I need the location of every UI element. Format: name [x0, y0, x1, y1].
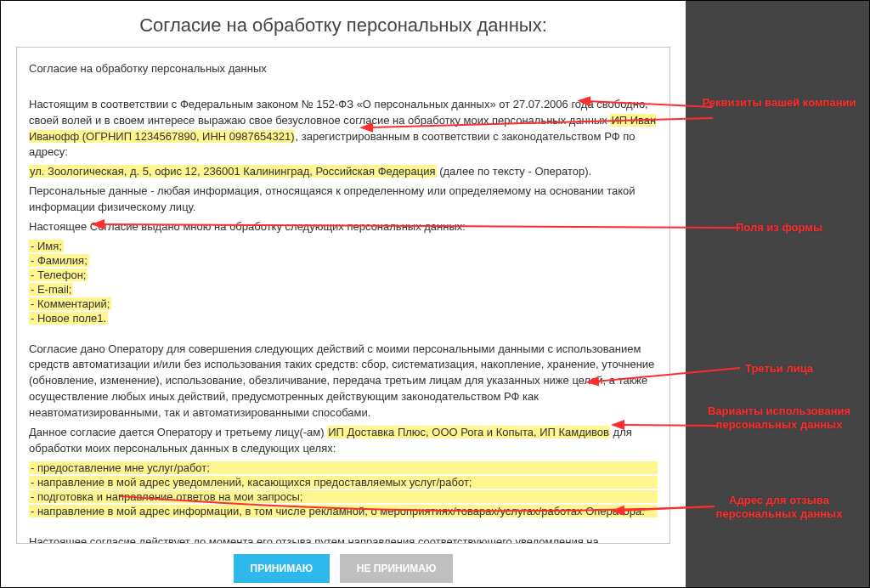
paragraph-5: Данное согласие дается Оператору и треть…: [29, 425, 658, 457]
paragraph-6: Настоящее согласие действует до момента …: [29, 534, 658, 545]
form-fields-list: - Имя; - Фамилия; - Телефон; - E-mail; -…: [29, 239, 658, 325]
third-parties: ИП Доставка Плюс, ООО Рога и Копыта, ИП …: [327, 426, 610, 438]
paragraph-2: Персональные данные - любая информация, …: [29, 184, 658, 216]
intro-heading: Согласие на обработку персональных данны…: [29, 61, 658, 77]
dialog-title: Согласие на обработку персональных данны…: [16, 14, 670, 37]
purpose-item: - предоставление мне услуг/работ;: [29, 461, 658, 474]
fields-item: - Телефон;: [29, 269, 88, 281]
screenshot-stage: Согласие на обработку персональных данны…: [0, 0, 870, 588]
fields-item: - Комментарий;: [29, 297, 111, 310]
purpose-item: - направление в мой адрес уведомлений, к…: [29, 476, 658, 489]
paragraph-4: Согласие дано Оператору для совершения с…: [29, 342, 658, 421]
fields-item: - Фамилия;: [29, 254, 89, 267]
company-address: ул. Зоологическая, д. 5, офис 12, 236001…: [29, 165, 437, 178]
dark-sidebar: [684, 1, 869, 587]
fields-item: - E-mail;: [29, 283, 73, 296]
address-line: ул. Зоологическая, д. 5, офис 12, 236001…: [29, 164, 658, 180]
accept-button[interactable]: ПРИНИМАЮ: [234, 554, 330, 583]
decline-button[interactable]: НЕ ПРИНИМАЮ: [340, 554, 454, 583]
fields-item: - Имя;: [29, 240, 64, 252]
paragraph-3: Настоящее Согласие выдано мною на обрабо…: [29, 219, 658, 235]
purpose-item: - направление в мой адрес информации, в …: [29, 505, 658, 517]
purposes-list: - предоставление мне услуг/работ; - напр…: [29, 461, 658, 518]
paragraph-1: Настоящим в соответствии с Федеральным з…: [29, 97, 658, 161]
consent-dialog: Согласие на обработку персональных данны…: [1, 1, 686, 587]
dialog-buttons: ПРИНИМАЮ НЕ ПРИНИМАЮ: [16, 554, 670, 583]
purpose-item: - подготовка и направление ответов на мо…: [29, 490, 658, 503]
consent-body: Согласие на обработку персональных данны…: [16, 47, 670, 544]
fields-item: - Новое поле1.: [29, 312, 108, 325]
